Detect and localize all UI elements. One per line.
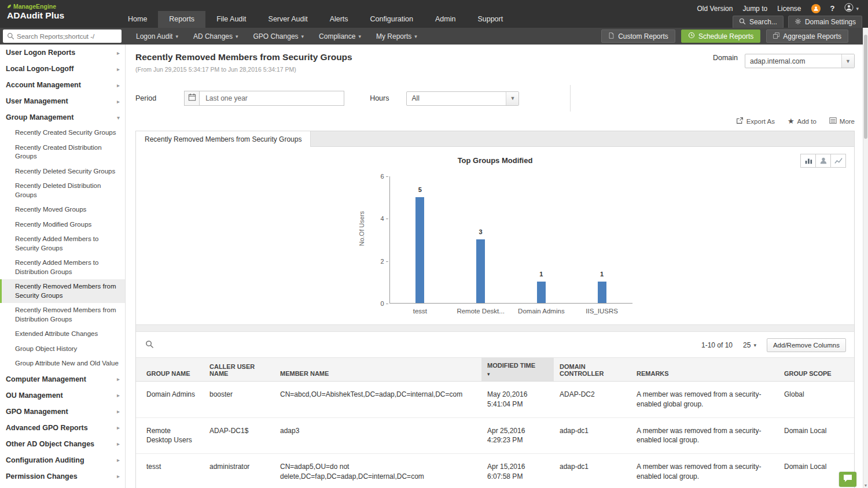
vertical-scrollbar[interactable]: ▼ xyxy=(863,28,868,488)
report-search-input[interactable] xyxy=(17,33,115,40)
hours-dropdown[interactable]: All ▼ xyxy=(406,91,519,106)
old-version-link[interactable]: Old Version xyxy=(697,5,733,13)
nav-item-configuration[interactable]: Configuration xyxy=(359,11,424,28)
sidebar-item-permission-changes[interactable]: Permission Changes▸ xyxy=(0,468,125,485)
line-chart-icon[interactable] xyxy=(830,154,846,168)
sidebar-subitem-recently-created-security-groups[interactable]: Recently Created Security Groups xyxy=(0,125,125,141)
cell-domain-controller: ADAP-DC2 xyxy=(554,382,631,418)
chart-bar-group: 3Remote Deskt... xyxy=(464,176,498,303)
nav-item-reports[interactable]: Reports xyxy=(158,11,205,28)
divider xyxy=(570,85,571,112)
sidebar-subitem-group-object-history[interactable]: Group Object History xyxy=(0,342,125,357)
sidebar-item-dns-changes[interactable]: DNS Changes▸ xyxy=(0,485,125,488)
scrollbar-thumb[interactable] xyxy=(864,35,867,139)
nav-item-server-audit[interactable]: Server Audit xyxy=(258,11,319,28)
sidebar-subitem-recently-deleted-security-groups[interactable]: Recently Deleted Security Groups xyxy=(0,164,125,179)
col-header-modified-time[interactable]: MODIFIED TIME ▾ xyxy=(481,358,554,382)
chevron-right-icon: ▸ xyxy=(117,473,120,479)
bar[interactable] xyxy=(415,197,424,303)
sidebar-item-account-management[interactable]: Account Management▸ xyxy=(0,77,125,93)
col-header-group-name[interactable]: GROUP NAME xyxy=(136,358,204,382)
bar[interactable] xyxy=(598,282,606,303)
star-icon: ★ xyxy=(788,117,795,125)
sidebar-subitem-recently-moved-groups[interactable]: Recently Moved Groups xyxy=(0,202,125,217)
user-menu[interactable]: ▾ xyxy=(844,3,859,14)
sort-desc-icon[interactable]: ▾ xyxy=(487,371,548,377)
bar[interactable] xyxy=(537,282,546,303)
cell-modified-time: Apr 15,2016 6:07:58 PM xyxy=(481,454,554,488)
nav-item-home[interactable]: Home xyxy=(117,11,158,28)
chart-bars: 5tesst3Remote Deskt...1Domain Admins1IIS… xyxy=(389,176,632,304)
sidebar-subitem-recently-removed-members-from-security-groups[interactable]: Recently Removed Members from Security G… xyxy=(0,279,125,303)
col-header-member-name[interactable]: MEMBER NAME xyxy=(274,358,481,382)
menu-gpo-changes[interactable]: GPO Changes▾ xyxy=(246,32,312,40)
sidebar-subitem-recently-created-distribution-groups[interactable]: Recently Created Distribution Groups xyxy=(0,141,125,164)
bar-chart-icon[interactable] xyxy=(800,154,816,168)
add-to-button[interactable]: ★ Add to xyxy=(788,117,816,125)
col-header-caller-user-name[interactable]: CALLER USER NAME xyxy=(204,358,274,382)
cell-member-name: CN=adap5,OU=do not delete,DC=fap,DC=adap… xyxy=(274,454,481,488)
custom-reports-button[interactable]: Custom Reports xyxy=(601,29,675,43)
table-row[interactable]: Remote Desktop Users ADAP-DC1$ adap3 Apr… xyxy=(136,417,854,454)
col-header-domain-controller[interactable]: DOMAIN CONTROLLER xyxy=(554,358,631,382)
add-remove-columns-button[interactable]: Add/Remove Columns xyxy=(767,338,846,352)
nav-item-support[interactable]: Support xyxy=(466,11,514,28)
sidebar-item-computer-management[interactable]: Computer Management▸ xyxy=(0,371,125,387)
col-header-group-scope[interactable]: GROUP SCOPE xyxy=(778,358,854,382)
license-link[interactable]: License xyxy=(777,5,801,13)
sidebar-item-user-logon-reports[interactable]: User Logon Reports▸ xyxy=(0,45,125,61)
table-row[interactable]: tesst administrator CN=adap5,OU=do not d… xyxy=(136,454,854,488)
period-input[interactable] xyxy=(200,91,344,106)
sidebar-item-group-management[interactable]: Group Management▾ xyxy=(0,109,125,125)
sidebar-item-other-ad-object-changes[interactable]: Other AD Object Changes▸ xyxy=(0,436,125,452)
export-as-button[interactable]: Export As xyxy=(736,117,775,125)
search-button[interactable]: Search... xyxy=(733,16,784,28)
nav-item-file-audit[interactable]: File Audit xyxy=(205,11,257,28)
sidebar-item-user-management[interactable]: User Management▸ xyxy=(0,93,125,109)
nav-item-alerts[interactable]: Alerts xyxy=(319,11,359,28)
chat-button[interactable] xyxy=(839,472,856,487)
sidebar-item-configuration-auditing[interactable]: Configuration Auditing▸ xyxy=(0,452,125,468)
sidebar-item-advanced-gpo-reports[interactable]: Advanced GPO Reports▸ xyxy=(0,420,125,436)
sidebar-subitem-group-attribute-new-and-old-value[interactable]: Group Attribute New and Old Value xyxy=(0,356,125,371)
chat-icon xyxy=(843,474,852,485)
page-size-dropdown[interactable]: 25 ▾ xyxy=(743,341,756,349)
schedule-reports-button[interactable]: Schedule Reports xyxy=(681,29,760,43)
sidebar-subitem-recently-added-members-to-distribution-groups[interactable]: Recently Added Members to Distribution G… xyxy=(0,256,125,279)
menu-ad-changes[interactable]: AD Changes▾ xyxy=(186,32,246,40)
chevron-down-icon: ▾ xyxy=(175,34,178,39)
sidebar-item-local-logon-logoff[interactable]: Local Logon-Logoff▸ xyxy=(0,61,125,77)
report-date-range: (From Jun 29,2015 5:34:17 PM to Jun 28,2… xyxy=(135,66,352,73)
chevron-right-icon: ▸ xyxy=(117,424,120,431)
sidebar-subitem-recently-added-members-to-security-groups[interactable]: Recently Added Members to Security Group… xyxy=(0,232,125,256)
help-icon[interactable]: ? xyxy=(830,4,835,13)
user-summary-icon[interactable] xyxy=(815,154,831,168)
calendar-button[interactable] xyxy=(184,91,200,106)
layers-icon xyxy=(773,32,779,40)
col-header-remarks[interactable]: REMARKS xyxy=(631,358,778,382)
sidebar-subitem-recently-deleted-distribution-groups[interactable]: Recently Deleted Distribution Groups xyxy=(0,179,125,202)
domain-dropdown[interactable]: adap.internal.com ▼ xyxy=(745,54,855,68)
menu-logon-audit[interactable]: Logon Audit▾ xyxy=(128,32,186,40)
scroll-down-icon[interactable]: ▼ xyxy=(863,483,868,487)
more-button[interactable]: More xyxy=(829,117,855,125)
table-row[interactable]: Domain Admins booster CN=abcd,OU=Abishek… xyxy=(136,382,854,418)
sidebar-subitem-extended-attribute-changes[interactable]: Extended Attribute Changes xyxy=(0,327,125,342)
menu-my-reports[interactable]: My Reports▾ xyxy=(369,32,425,40)
sidebar-item-ou-management[interactable]: OU Management▸ xyxy=(0,387,125,404)
app-logo[interactable]: ManageEngine ADAudit Plus xyxy=(0,0,117,28)
domain-settings-button[interactable]: Domain Settings xyxy=(788,16,862,28)
aggregate-reports-button[interactable]: Aggregate Reports xyxy=(766,29,848,43)
menu-compliance[interactable]: Compliance▾ xyxy=(311,32,369,40)
sidebar-subitem-recently-removed-members-from-distribution-groups[interactable]: Recently Removed Members from Distributi… xyxy=(0,303,125,327)
sidebar-item-gpo-management[interactable]: GPO Management▸ xyxy=(0,404,125,420)
bar[interactable] xyxy=(476,239,485,303)
table-search-icon[interactable] xyxy=(145,340,154,351)
jump-to-link[interactable]: Jump to xyxy=(742,5,767,13)
cell-caller-user-name: ADAP-DC1$ xyxy=(204,417,274,454)
community-icon[interactable] xyxy=(811,4,821,13)
nav-item-admin[interactable]: Admin xyxy=(424,11,466,28)
sidebar-subitem-recently-modified-groups[interactable]: Recently Modified Groups xyxy=(0,217,125,232)
report-table: GROUP NAME CALLER USER NAME MEMBER NAME … xyxy=(136,357,854,488)
report-tab[interactable]: Recently Removed Members from Security G… xyxy=(136,131,311,147)
